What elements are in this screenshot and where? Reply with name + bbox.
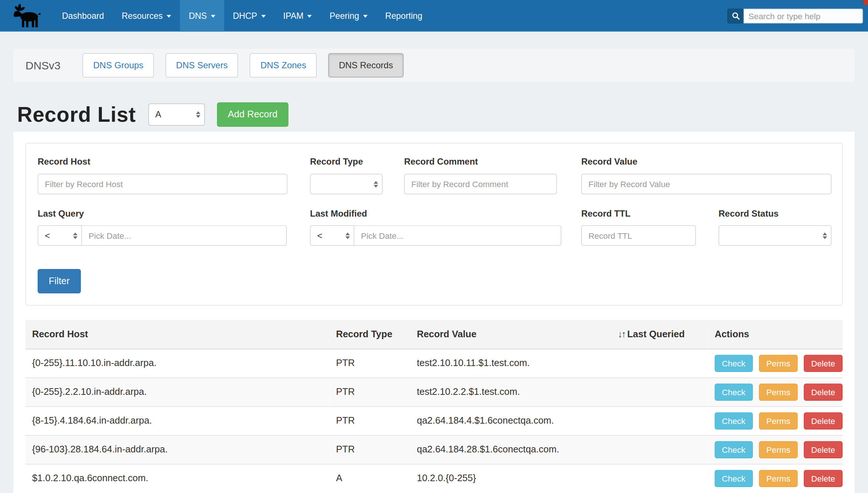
record-type-add-select[interactable]: A [148, 104, 204, 126]
col-header-record-value: Record Value [410, 320, 612, 349]
cell-last-queried [611, 435, 708, 464]
nav-item-dns[interactable]: DNS [180, 0, 224, 32]
last-modified-op-wrap: < [310, 225, 354, 246]
last-modified-date-input[interactable] [354, 225, 561, 246]
nav-item-resources[interactable]: Resources [113, 0, 180, 32]
chevron-down-icon [363, 15, 368, 18]
tab-dns-groups[interactable]: DNS Groups [83, 53, 154, 77]
search-icon[interactable] [727, 8, 744, 24]
stepper-icon [73, 232, 78, 239]
last-query-label: Last Query [38, 209, 84, 219]
cropped-corner-element [861, 0, 868, 5]
cell-record-type: PTR [330, 349, 410, 377]
cell-record-host: {96-103}.28.184.64.in-addr.arpa. [25, 435, 330, 464]
table-row: $1.0.2.10.qa.6connect.com. A 10.2.0.{0-2… [25, 464, 843, 493]
moose-logo-svg [11, 3, 43, 29]
nav-label: DNS [189, 11, 207, 21]
tab-dns-servers[interactable]: DNS Servers [166, 53, 238, 77]
check-button[interactable]: Check [715, 441, 753, 458]
stepper-icon [196, 111, 200, 118]
cell-actions: Check Perms Delete [708, 406, 843, 435]
record-ttl-filter-input[interactable] [581, 225, 696, 246]
add-record-button[interactable]: Add Record [217, 103, 289, 127]
cell-actions: Check Perms Delete [708, 377, 843, 406]
nav-item-peering[interactable]: Peering [321, 0, 376, 32]
tab-dns-zones[interactable]: DNS Zones [250, 53, 317, 77]
page-title: Record List [17, 103, 136, 127]
check-button[interactable]: Check [715, 383, 753, 401]
record-status-label: Record Status [719, 209, 779, 219]
dnsv3-label: DNSv3 [25, 59, 61, 72]
table-row: {8-15}.4.184.64.in-addr.arpa. PTR qa2.64… [25, 406, 843, 435]
cell-record-type: PTR [330, 406, 410, 435]
records-table: Record Host Record Type Record Value ↓↑L… [25, 320, 843, 493]
record-type-filter-select[interactable] [310, 174, 383, 194]
cell-record-value: test2.10.10.11.$1.test.com. [410, 349, 612, 377]
cell-record-host: {0-255}.11.10.10.in-addr.arpa. [25, 349, 330, 377]
record-comment-filter-input[interactable] [404, 174, 557, 194]
search-input[interactable] [744, 8, 863, 24]
nav-item-dashboard[interactable]: Dashboard [53, 0, 113, 32]
record-value-filter-input[interactable] [581, 174, 831, 194]
perms-button[interactable]: Perms [759, 441, 798, 458]
col-header-last-queried[interactable]: ↓↑Last Queried [611, 320, 708, 349]
delete-button[interactable]: Delete [804, 383, 843, 401]
delete-button[interactable]: Delete [804, 355, 843, 372]
stepper-icon [374, 181, 378, 187]
record-type-select-wrap [310, 174, 383, 194]
check-button[interactable]: Check [715, 412, 753, 430]
delete-button[interactable]: Delete [804, 441, 843, 458]
record-status-filter-select[interactable] [719, 225, 831, 246]
delete-button[interactable]: Delete [804, 470, 843, 487]
record-comment-label: Record Comment [404, 157, 478, 167]
magnifier-glyph [731, 12, 740, 20]
moose-logo-icon[interactable] [0, 0, 53, 32]
perms-button[interactable]: Perms [759, 355, 798, 372]
last-modified-operator-select[interactable]: < [310, 225, 354, 246]
delete-button[interactable]: Delete [804, 412, 843, 430]
col-header-record-host: Record Host [25, 320, 330, 349]
record-type-label: Record Type [310, 157, 363, 167]
table-row: {96-103}.28.184.64.in-addr.arpa. PTR qa2… [25, 435, 843, 464]
stepper-icon [823, 232, 827, 239]
tab-dns-records[interactable]: DNS Records [328, 53, 404, 77]
table-header-row: Record Host Record Type Record Value ↓↑L… [25, 320, 843, 349]
last-modified-label: Last Modified [310, 209, 367, 219]
nav-label: Peering [330, 11, 359, 21]
nav-item-dhcp[interactable]: DHCP [224, 0, 274, 32]
cell-actions: Check Perms Delete [708, 464, 843, 493]
sort-icon[interactable]: ↓↑ [618, 329, 625, 339]
filter-button[interactable]: Filter [38, 269, 81, 293]
nav-label: DHCP [233, 11, 257, 21]
selected-value: < [45, 231, 50, 241]
cell-actions: Check Perms Delete [708, 435, 843, 464]
col-header-actions: Actions [708, 320, 843, 349]
chevron-down-icon [166, 15, 171, 18]
stepper-icon [345, 232, 350, 239]
cell-record-type: PTR [330, 377, 410, 406]
perms-button[interactable]: Perms [759, 412, 798, 430]
filter-panel: Record Host Record Type Record Comment R… [25, 143, 843, 306]
record-host-filter-input[interactable] [38, 174, 287, 194]
dns-tab-group: DNS Groups DNS Servers DNS Zones DNS Rec… [83, 53, 403, 77]
nav-item-ipam[interactable]: IPAM [274, 0, 321, 32]
cell-record-value: test2.10.2.2.$1.test.com. [410, 377, 612, 406]
last-query-operator-select[interactable]: < [38, 225, 82, 246]
cell-last-queried [611, 377, 708, 406]
top-navbar: Dashboard Resources DNS DHCP IPAM Peerin… [0, 0, 868, 32]
selected-value: < [317, 231, 323, 241]
chevron-down-icon [211, 15, 215, 18]
main-menu: Dashboard Resources DNS DHCP IPAM Peerin… [53, 0, 431, 32]
cell-record-type: PTR [330, 435, 410, 464]
table-row: {0-255}.2.2.10.in-addr.arpa. PTR test2.1… [25, 377, 843, 406]
check-button[interactable]: Check [715, 470, 753, 487]
perms-button[interactable]: Perms [759, 383, 798, 401]
col-header-label: Last Queried [627, 329, 685, 339]
cell-record-value: 10.2.0.{0-255} [410, 464, 612, 493]
nav-item-reporting[interactable]: Reporting [376, 0, 431, 32]
record-status-select-wrap [719, 225, 831, 246]
table-row: {0-255}.11.10.10.in-addr.arpa. PTR test2… [25, 349, 843, 377]
last-query-date-input[interactable] [82, 225, 287, 246]
perms-button[interactable]: Perms [759, 470, 798, 487]
check-button[interactable]: Check [715, 355, 753, 372]
